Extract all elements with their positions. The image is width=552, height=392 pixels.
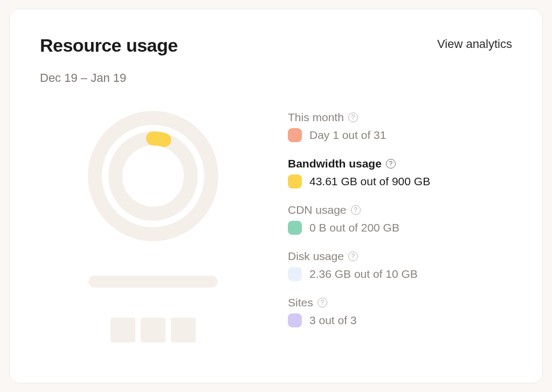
- legend-value: 3 out of 3: [309, 314, 357, 327]
- legend-label: Sites: [288, 296, 313, 309]
- usage-ring-chart: [86, 109, 220, 243]
- block-placeholder: [111, 318, 135, 342]
- legend-label: This month: [288, 111, 344, 124]
- bar-placeholder: [88, 276, 218, 288]
- svg-point-1: [115, 138, 191, 214]
- legend-item-sites: Sites ? 3 out of 3: [288, 296, 512, 327]
- legend-swatch-bandwidth: [288, 174, 302, 188]
- legend-swatch-cdn: [288, 221, 302, 235]
- legend-label: Bandwidth usage: [288, 157, 382, 170]
- help-icon[interactable]: ?: [318, 298, 327, 307]
- resource-usage-card: Resource usage View analytics Dec 19 – J…: [9, 9, 543, 383]
- help-icon[interactable]: ?: [351, 205, 361, 215]
- legend-item-month: This month ? Day 1 out of 31: [288, 111, 512, 142]
- legend-swatch-disk: [288, 267, 302, 281]
- legend-value: Day 1 out of 31: [309, 129, 386, 142]
- help-icon[interactable]: ?: [386, 159, 396, 169]
- legend-value: 2.36 GB out of 10 GB: [309, 268, 418, 281]
- legend-item-bandwidth: Bandwidth usage ? 43.61 GB out of 900 GB: [288, 157, 512, 188]
- legend-label: CDN usage: [288, 204, 347, 216]
- block-placeholders: [111, 318, 196, 342]
- card-content: This month ? Day 1 out of 31 Bandwidth u…: [40, 109, 512, 342]
- view-analytics-link[interactable]: View analytics: [437, 37, 512, 51]
- date-range: Dec 19 – Jan 19: [40, 71, 512, 85]
- block-placeholder: [171, 318, 196, 342]
- legend-item-cdn: CDN usage ? 0 B out of 200 GB: [288, 204, 512, 235]
- legend-label: Disk usage: [288, 250, 344, 263]
- block-placeholder: [141, 318, 165, 342]
- card-title: Resource usage: [40, 35, 178, 56]
- help-icon[interactable]: ?: [348, 113, 358, 122]
- legend-value: 0 B out of 200 GB: [309, 221, 399, 234]
- chart-column: [40, 109, 266, 342]
- help-icon[interactable]: ?: [348, 251, 358, 261]
- legend-column: This month ? Day 1 out of 31 Bandwidth u…: [288, 109, 512, 342]
- legend-value: 43.61 GB out of 900 GB: [309, 175, 430, 188]
- legend-swatch-month: [288, 128, 302, 142]
- legend-item-disk: Disk usage ? 2.36 GB out of 10 GB: [288, 250, 512, 281]
- legend-swatch-sites: [288, 313, 302, 327]
- card-header: Resource usage View analytics: [40, 35, 512, 56]
